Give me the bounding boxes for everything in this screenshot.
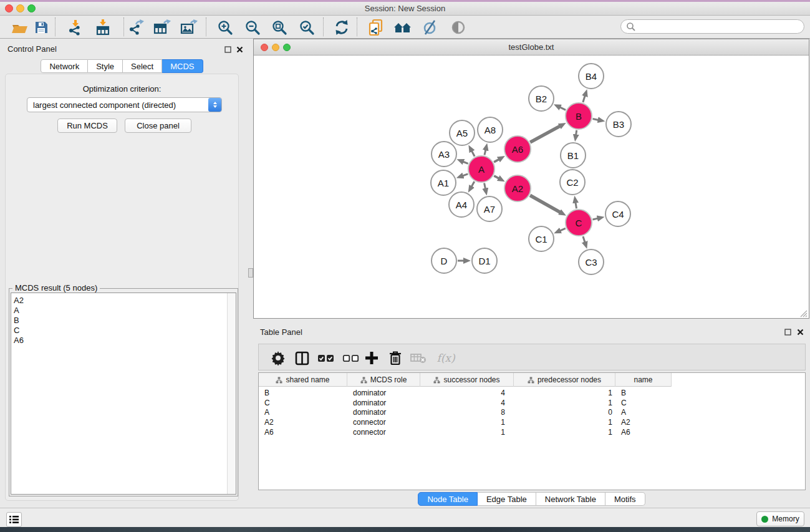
graph-node-B4[interactable]: B4 — [578, 63, 604, 89]
cell[interactable]: C — [259, 399, 347, 409]
new-network-from-selection-icon[interactable] — [367, 18, 385, 37]
column-header-shared-name[interactable]: shared name — [259, 373, 347, 387]
graph-node-A4[interactable]: A4 — [448, 191, 475, 218]
mcds-result-item[interactable]: C — [14, 326, 236, 336]
open-session-icon[interactable] — [10, 18, 29, 37]
tab-network-table[interactable]: Network Table — [536, 492, 605, 506]
function-builder-icon[interactable]: f(x) — [432, 349, 460, 367]
table-row[interactable]: Adominator80A — [259, 408, 672, 418]
tab-style[interactable]: Style — [88, 59, 123, 73]
mcds-result-item[interactable]: A6 — [14, 336, 236, 346]
graph-node-C2[interactable]: C2 — [559, 169, 586, 195]
tab-node-table[interactable]: Node Table — [418, 492, 478, 506]
export-image-icon[interactable] — [180, 18, 198, 37]
edge-B-B1[interactable] — [576, 130, 577, 135]
mcds-result-item[interactable]: A — [14, 306, 236, 316]
float-panel-icon[interactable] — [223, 45, 232, 54]
window-resize-grip[interactable] — [799, 309, 808, 317]
graph-node-A1[interactable]: A1 — [430, 170, 456, 196]
cell[interactable]: 0 — [514, 408, 615, 418]
tab-motifs[interactable]: Motifs — [605, 492, 645, 506]
import-table-icon[interactable] — [94, 18, 112, 37]
node-table[interactable]: shared nameMCDS rolesuccessor nodesprede… — [258, 372, 806, 490]
cell[interactable]: B — [615, 389, 672, 399]
edge-A-A8[interactable] — [485, 150, 486, 155]
cell[interactable]: A6 — [615, 428, 672, 438]
add-column-icon[interactable] — [362, 349, 381, 367]
edge-A-A2[interactable] — [494, 176, 499, 178]
cell[interactable]: 1 — [514, 399, 615, 409]
edge-C-C3[interactable] — [583, 236, 585, 243]
settings-gear-icon[interactable] — [269, 349, 287, 367]
edge-C-C4[interactable] — [592, 218, 597, 220]
graph-node-B[interactable]: B — [565, 102, 592, 130]
table-row[interactable]: Cdominator41C — [259, 399, 672, 409]
edge-C-C1[interactable] — [560, 228, 566, 231]
criterion-dropdown[interactable]: largest connected component (directed) — [27, 97, 222, 112]
graph-node-A6[interactable]: A6 — [504, 135, 531, 163]
tab-mcds[interactable]: MCDS — [162, 59, 203, 73]
run-mcds-button[interactable]: Run MCDS — [57, 118, 117, 133]
table-close-panel-icon[interactable] — [796, 327, 804, 336]
close-panel-button[interactable]: Close panel — [125, 118, 191, 133]
edge-A2-C[interactable] — [530, 195, 560, 212]
cell[interactable]: connector — [347, 428, 420, 438]
cell[interactable]: A — [615, 408, 672, 418]
edge-A-A3[interactable] — [463, 162, 468, 163]
edge-A-A6[interactable] — [494, 159, 499, 162]
edge-B-B2[interactable] — [560, 107, 566, 110]
zoom-in-icon[interactable] — [216, 18, 234, 37]
cell[interactable]: B — [259, 389, 347, 399]
net-minimize-light[interactable] — [272, 44, 279, 51]
graph-node-B3[interactable]: B3 — [605, 111, 632, 137]
table-header-row[interactable]: shared nameMCDS rolesuccessor nodesprede… — [259, 373, 672, 387]
graphics-details-icon[interactable] — [421, 18, 440, 37]
show-hide-eye-icon[interactable] — [449, 18, 468, 37]
cell[interactable]: C — [615, 399, 672, 409]
zoom-fit-icon[interactable] — [270, 18, 289, 37]
tab-select[interactable]: Select — [123, 59, 162, 73]
edge-C-C2[interactable] — [576, 203, 576, 209]
edge-B-B4[interactable] — [583, 95, 585, 102]
graph-node-D1[interactable]: D1 — [471, 248, 498, 274]
edge-A-A1[interactable] — [463, 174, 468, 176]
edge-A6-B[interactable] — [530, 126, 560, 142]
task-history-button[interactable] — [6, 512, 22, 527]
edge-A-A5[interactable] — [472, 151, 475, 157]
mcds-result-item[interactable]: A2 — [14, 296, 236, 306]
memory-button[interactable]: Memory — [756, 511, 804, 526]
zoom-window-light[interactable] — [27, 4, 36, 12]
save-session-icon[interactable] — [32, 18, 51, 37]
close-window-light[interactable] — [5, 4, 13, 12]
import-network-icon[interactable] — [65, 18, 84, 37]
network-canvas[interactable]: B4B2BB3A5A8A6A3B1AA1C2A2A4A7C4CC1C3DD1 — [254, 56, 809, 318]
panel-divider-grip[interactable] — [248, 268, 253, 278]
column-header-name[interactable]: name — [615, 373, 672, 387]
table-row[interactable]: A6connector11A6 — [259, 428, 672, 438]
cell[interactable]: A2 — [615, 418, 672, 428]
show-all-columns-icon[interactable] — [316, 349, 335, 367]
cell[interactable]: dominator — [347, 408, 420, 418]
net-close-light[interactable] — [261, 44, 268, 51]
zoom-selected-icon[interactable] — [297, 18, 316, 37]
delete-table-icon[interactable] — [409, 349, 428, 367]
mcds-list-scrollbar[interactable] — [227, 293, 236, 494]
mcds-result-list[interactable]: A2ABCA6 — [11, 293, 236, 495]
network-window-titlebar[interactable]: testGlobe.txt — [254, 39, 809, 56]
graph-node-A3[interactable]: A3 — [431, 141, 457, 167]
cell[interactable]: connector — [347, 418, 420, 428]
first-neighbors-icon[interactable] — [393, 18, 412, 37]
cell[interactable]: A — [259, 408, 347, 418]
cell[interactable]: 1 — [420, 428, 514, 438]
cell[interactable]: dominator — [347, 389, 420, 399]
tab-network[interactable]: Network — [41, 59, 88, 73]
edge-A-A4[interactable] — [471, 181, 475, 186]
graph-node-A5[interactable]: A5 — [449, 120, 475, 146]
graph-node-C[interactable]: C — [565, 209, 592, 236]
cell[interactable]: 4 — [420, 389, 514, 399]
mcds-result-item[interactable]: B — [14, 316, 236, 326]
column-header-MCDS-role[interactable]: MCDS role — [347, 373, 420, 387]
table-row[interactable]: A2connector11A2 — [259, 418, 672, 428]
tab-edge-table[interactable]: Edge Table — [478, 492, 536, 506]
cell[interactable]: A2 — [259, 418, 347, 428]
